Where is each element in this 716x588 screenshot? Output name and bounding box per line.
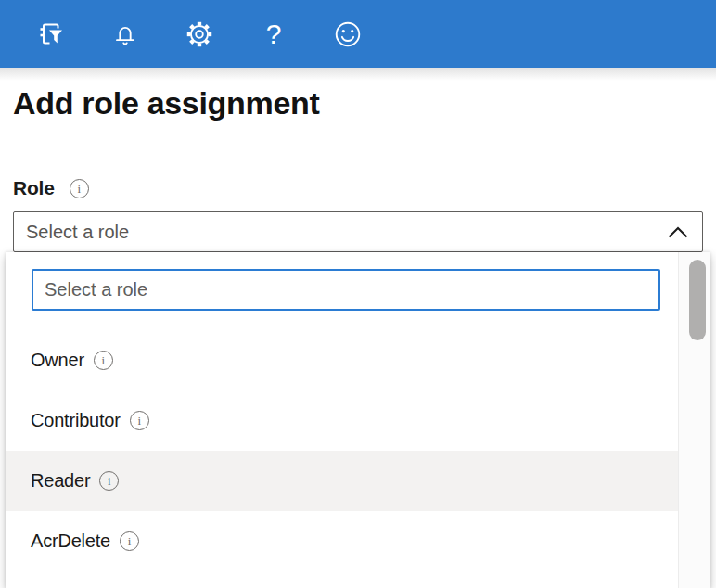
option-reader[interactable]: Reader bbox=[6, 451, 678, 511]
help-button[interactable]: ? bbox=[253, 8, 294, 60]
feedback-button[interactable] bbox=[327, 8, 368, 60]
top-bar: ? bbox=[0, 0, 716, 68]
header-shadow bbox=[0, 68, 716, 81]
directory-filter-button[interactable] bbox=[31, 8, 71, 60]
role-label: Role bbox=[13, 177, 55, 199]
option-label: AcrDelete bbox=[31, 530, 110, 552]
flyout-scrollbar-track[interactable] bbox=[678, 252, 710, 588]
role-info-icon[interactable] bbox=[70, 179, 89, 198]
role-dropdown[interactable]: Select a role bbox=[13, 211, 703, 252]
option-label: Contributor bbox=[31, 410, 121, 431]
question-mark-icon: ? bbox=[266, 20, 282, 48]
azure-portal-screen: ? Add role assignment Role Select a role bbox=[0, 0, 716, 588]
option-label: Owner bbox=[31, 350, 84, 371]
role-dropdown-value: Select a role bbox=[26, 222, 129, 243]
role-search-input[interactable] bbox=[32, 269, 660, 311]
page-title: Add role assignment bbox=[13, 84, 716, 121]
bell-icon bbox=[109, 19, 141, 50]
gear-icon bbox=[184, 19, 215, 50]
reader-info-icon[interactable] bbox=[99, 471, 119, 491]
role-field-label-row: Role bbox=[13, 177, 716, 199]
notifications-button[interactable] bbox=[105, 8, 146, 60]
contributor-info-icon[interactable] bbox=[130, 411, 149, 430]
role-dropdown-flyout: Owner Contributor Reader AcrDelete bbox=[6, 252, 710, 588]
role-options-list: Owner Contributor Reader AcrDelete bbox=[6, 330, 678, 571]
option-owner[interactable]: Owner bbox=[6, 330, 678, 390]
directory-filter-icon bbox=[34, 18, 68, 51]
chevron-up-icon bbox=[668, 226, 688, 238]
owner-info-icon[interactable] bbox=[94, 351, 113, 370]
settings-button[interactable] bbox=[179, 8, 220, 60]
option-label: Reader bbox=[31, 470, 90, 492]
flyout-scrollbar-thumb[interactable] bbox=[689, 260, 706, 340]
option-acrdelete[interactable]: AcrDelete bbox=[6, 511, 678, 571]
smiley-icon bbox=[332, 19, 364, 50]
option-contributor[interactable]: Contributor bbox=[6, 390, 678, 451]
acrdelete-info-icon[interactable] bbox=[120, 531, 139, 551]
